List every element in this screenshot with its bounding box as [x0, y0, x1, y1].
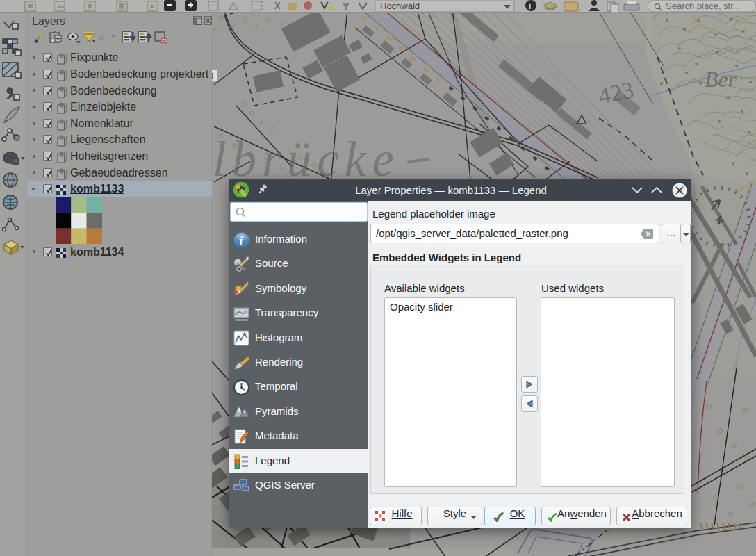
svg-text:ε: ε [99, 31, 104, 42]
svg-text:Search place, str...: Search place, str... [666, 1, 741, 11]
svg-text:Hochwald: Hochwald [380, 1, 420, 11]
svg-text:i: i [529, 1, 531, 11]
svg-text:lbrücke: lbrücke [213, 132, 400, 186]
svg-text:Ber: Ber [705, 67, 737, 92]
svg-text:i: i [240, 234, 243, 247]
